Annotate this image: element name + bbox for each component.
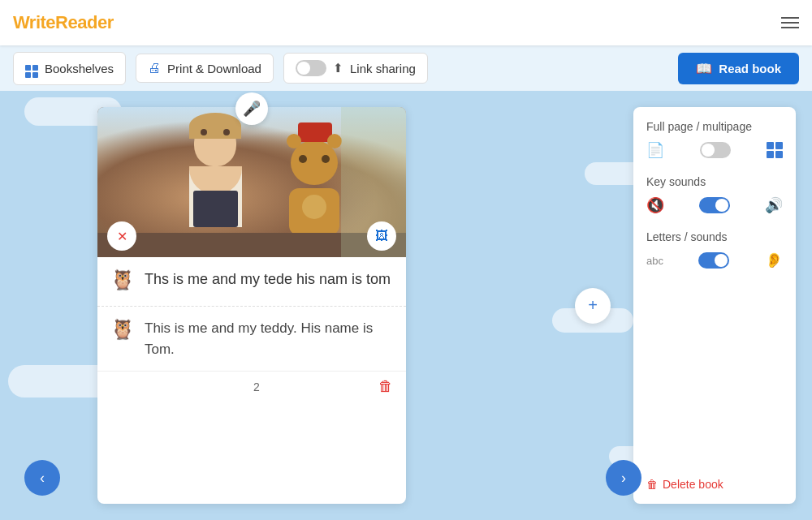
bookshelves-label: Bookshelves	[45, 62, 114, 75]
add-page-button[interactable]: +	[575, 288, 611, 324]
full-page-label: Full page / multipage	[646, 120, 783, 133]
correction-text: This is me and my teddy. His name is Tom…	[145, 318, 393, 359]
read-book-icon: 📖	[696, 61, 712, 76]
ear-icon: 👂	[765, 251, 783, 269]
child-text-section: 🦉 Ths is me and my tede his nam is tom	[97, 257, 406, 307]
page-card: 🎤	[97, 107, 406, 504]
key-sounds-toggle[interactable]	[699, 197, 730, 213]
page-number: 2	[135, 380, 378, 393]
delete-page-button[interactable]: 🗑	[378, 378, 393, 395]
child-text: Ths is me and my tede his nam is tom	[145, 269, 391, 290]
letters-sounds-control: abc 👂	[646, 251, 783, 269]
trash-icon: 🗑	[378, 378, 393, 394]
add-page-icon: +	[588, 296, 598, 315]
share-icon: ⬆	[333, 61, 343, 75]
photo-controls: ✕ 🖼	[97, 221, 406, 251]
sound-off-icon: 🔇	[646, 196, 664, 214]
logo-write: Write	[13, 12, 55, 32]
sound-on-icon: 🔊	[765, 196, 783, 214]
chevron-right-icon: ›	[621, 470, 626, 487]
key-sounds-row: Key sounds 🔇 🔊	[646, 175, 783, 214]
add-photo-button[interactable]: 🖼	[367, 221, 396, 251]
full-page-control: 📄	[646, 141, 783, 159]
mic-icon: 🎤	[243, 100, 261, 118]
abc-icon: abc	[646, 255, 663, 267]
logo-reader: Reader	[55, 12, 114, 32]
multipage-icon	[767, 142, 783, 158]
read-book-label: Read book	[719, 62, 781, 75]
logo: WriteReader	[13, 12, 114, 33]
read-book-button[interactable]: 📖 Read book	[678, 53, 799, 84]
print-label: Print & Download	[167, 62, 261, 75]
microphone-button[interactable]: 🎤	[235, 92, 268, 125]
remove-photo-button[interactable]: ✕	[107, 221, 136, 251]
delete-trash-icon: 🗑	[646, 478, 658, 491]
key-sounds-label: Key sounds	[646, 175, 783, 188]
link-sharing-group: ⬆ Link sharing	[283, 53, 428, 84]
delete-book-label: Delete book	[663, 478, 723, 491]
letters-sounds-toggle[interactable]	[698, 252, 729, 269]
letters-sounds-row: Letters / sounds abc 👂	[646, 230, 783, 269]
delete-book-button[interactable]: 🗑 Delete book	[646, 478, 723, 491]
main-content: ‹ 🎤	[0, 91, 812, 520]
sidebar-panel: Full page / multipage 📄 Key sounds 🔇 🔊 L…	[633, 107, 796, 504]
prev-page-button[interactable]: ‹	[24, 460, 60, 496]
image-icon: 🖼	[375, 229, 388, 243]
chevron-left-icon: ‹	[40, 470, 45, 487]
close-icon: ✕	[117, 229, 127, 244]
menu-button[interactable]	[781, 17, 799, 28]
full-page-row: Full page / multipage 📄	[646, 120, 783, 159]
print-icon: 🖨	[148, 61, 161, 75]
next-page-button[interactable]: ›	[606, 460, 641, 496]
key-sounds-control: 🔇 🔊	[646, 196, 783, 214]
page-footer: 2 🗑	[97, 371, 406, 402]
correction-owl-icon: 🦉	[110, 318, 136, 344]
link-sharing-label: Link sharing	[350, 62, 416, 75]
page-image: ✕ 🖼	[97, 107, 406, 257]
correction-section: 🦉 This is me and my teddy. His name is T…	[97, 307, 406, 371]
link-sharing-toggle[interactable]	[296, 60, 326, 76]
single-page-icon: 📄	[646, 141, 664, 159]
bookshelves-button[interactable]: Bookshelves	[13, 52, 126, 85]
toolbar: Bookshelves 🖨 Print & Download ⬆ Link sh…	[0, 45, 812, 91]
header: WriteReader	[0, 0, 812, 45]
full-page-toggle[interactable]	[700, 142, 731, 158]
child-owl-icon: 🦉	[110, 269, 136, 294]
letters-sounds-label: Letters / sounds	[646, 230, 783, 243]
bookshelves-icon	[25, 59, 38, 78]
print-download-button[interactable]: 🖨 Print & Download	[136, 54, 274, 83]
